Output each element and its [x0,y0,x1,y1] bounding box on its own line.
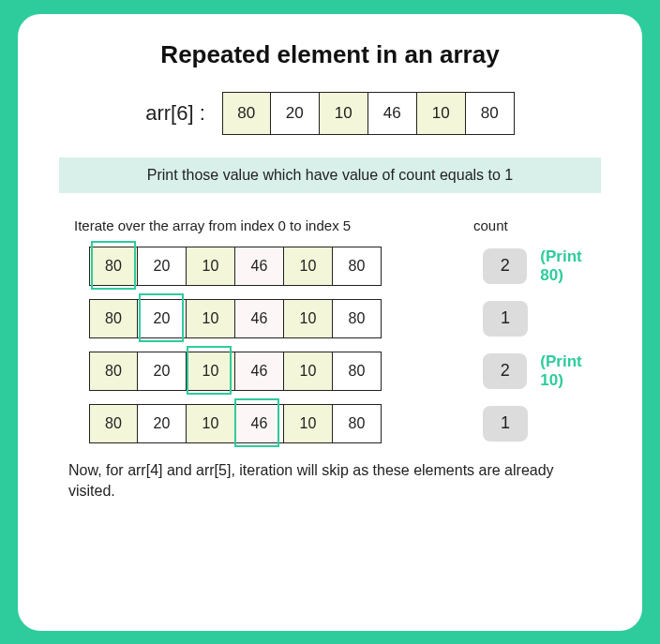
row-cell: 20 [138,299,187,338]
row-cell: 10 [187,299,235,338]
row-cell: 46 [235,299,284,338]
content-card: Repeated element in an array arr[6] : 80… [18,14,642,631]
row-cell: 20 [138,404,187,443]
array-cell: 80 [466,92,515,135]
array-cell: 20 [271,92,320,135]
row-cells: 802010461080 [89,299,382,338]
print-note: (Print 80) [540,247,608,285]
iteration-row: 8020104610801 [89,404,608,443]
row-cell: 80 [89,404,138,443]
row-cell: 10 [187,247,235,286]
count-badge: 1 [483,406,528,442]
row-cell: 80 [89,299,138,338]
row-cell: 80 [333,404,382,443]
row-cell: 20 [138,247,187,286]
row-cell: 80 [89,247,138,286]
row-cell: 46 [235,404,284,443]
array-declaration-row: arr[6] : 802010461080 [52,92,608,135]
section-labels: Iterate over the array from index 0 to i… [74,217,586,233]
iteration-block: 8020104610802(Print 80)80201046108018020… [89,247,608,443]
row-cell: 46 [235,247,284,286]
row-cell: 80 [333,299,382,338]
row-cells: 802010461080 [89,247,382,286]
count-badge: 2 [483,353,527,389]
row-cells: 802010461080 [89,352,382,391]
row-cell: 10 [284,352,333,391]
row-cell: 10 [187,352,235,391]
page-title: Repeated element in an array [52,40,608,69]
instruction-banner: Print those value which have value of co… [59,157,601,193]
iteration-row: 8020104610802(Print 80) [89,247,608,286]
iteration-row: 8020104610801 [89,299,608,338]
row-cell: 80 [89,352,138,391]
row-cell: 80 [333,352,382,391]
row-cell: 10 [187,404,235,443]
count-badge: 1 [483,301,528,337]
count-badge: 2 [483,248,527,284]
array-cell: 80 [222,92,271,135]
array-cell: 10 [320,92,368,135]
row-cell: 10 [284,247,333,286]
iteration-row: 8020104610802(Print 10) [89,352,608,391]
row-cell: 46 [235,352,284,391]
row-cell: 80 [333,247,382,286]
row-cells: 802010461080 [89,404,382,443]
row-cell: 10 [284,299,333,338]
array-label: arr[6] : [145,101,205,126]
count-label: count [473,217,508,233]
iterate-label: Iterate over the array from index 0 to i… [74,217,430,233]
row-cell: 10 [284,404,333,443]
row-cell: 20 [138,352,187,391]
footer-note: Now, for arr[4] and arr[5], iteration wi… [68,460,592,502]
print-note: (Print 10) [540,352,608,390]
array-cell: 46 [368,92,417,135]
array-cells: 802010461080 [222,92,515,135]
outer-frame: Repeated element in an array arr[6] : 80… [0,0,660,644]
array-cell: 10 [417,92,466,135]
